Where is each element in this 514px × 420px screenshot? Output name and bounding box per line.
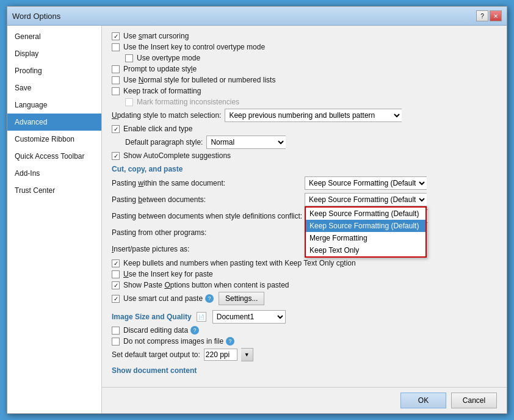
mark-formatting-row: Mark formatting inconsistencies: [112, 98, 497, 106]
smart-cut-label: Use smart cut and paste: [123, 294, 203, 303]
cut-copy-paste-section: Cut, copy, and paste: [112, 165, 497, 173]
image-quality-section-label: Image Size and Quality: [112, 313, 192, 321]
sidebar: General Display Proofing Save Language A…: [7, 26, 102, 413]
paste-within-doc-dropdown-wrapper: Keep Source Formatting (Default) Merge F…: [305, 176, 427, 190]
sidebar-item-customize-ribbon[interactable]: Customize Ribbon: [7, 131, 101, 148]
smart-cursoring-row: Use smart cursoring: [112, 32, 497, 40]
smart-cursoring-label: Use smart cursoring: [123, 32, 189, 40]
smart-cut-help-icon[interactable]: ?: [205, 294, 214, 303]
paste-from-other-label: Pasting from other programs:: [112, 228, 301, 237]
sidebar-item-trust-center[interactable]: Trust Center: [7, 182, 101, 199]
no-compress-checkbox[interactable]: [112, 338, 120, 346]
show-paste-options-row: Show Paste Options button when content i…: [112, 281, 497, 289]
paste-between-docs-select[interactable]: Keep Source Formatting (Default) Merge F…: [305, 193, 427, 206]
show-document-content-section: Show document content: [112, 366, 497, 375]
default-paragraph-row: Default paragraph style: Normal Default …: [112, 136, 497, 149]
sidebar-item-general[interactable]: General: [7, 28, 101, 45]
default-paragraph-select[interactable]: Normal Default Paragraph Font Heading 1: [206, 136, 286, 149]
default-target-label: Set default target output to:: [112, 350, 200, 359]
use-insert-key-row: Use the Insert key for paste: [112, 270, 497, 278]
normal-style-label: Use Normal style for bulleted or numbere…: [123, 76, 275, 84]
settings-button[interactable]: Settings...: [219, 292, 264, 305]
no-compress-label: Do not compress images in file: [123, 337, 223, 346]
word-options-dialog: Word Options ? ✕ General Display Proofin…: [7, 6, 507, 414]
show-paste-options-checkbox[interactable]: [112, 281, 120, 289]
use-insert-key-label: Use the Insert key for paste: [123, 270, 213, 278]
ok-button[interactable]: OK: [400, 393, 446, 408]
discard-editing-row: Discard editing data ?: [112, 326, 497, 335]
updating-style-dropdown-wrapper: Keep previous numbering and bullets patt…: [225, 109, 402, 122]
autocomplete-label: Show AutoComplete suggestions: [123, 151, 231, 160]
discard-editing-checkbox[interactable]: [112, 327, 120, 335]
ppi-input[interactable]: [204, 349, 237, 361]
dialog-footer: OK Cancel: [102, 387, 507, 413]
insert-key-row: Use the Insert key to control overtype m…: [112, 43, 497, 51]
dialog-body: General Display Proofing Save Language A…: [7, 26, 507, 413]
paste-within-doc-select[interactable]: Keep Source Formatting (Default) Merge F…: [305, 176, 427, 190]
keep-track-label: Keep track of formatting: [123, 87, 201, 95]
image-doc-select[interactable]: Document1: [212, 310, 286, 324]
sidebar-item-advanced[interactable]: Advanced: [7, 114, 101, 131]
default-paragraph-dropdown-wrapper: Normal Default Paragraph Font Heading 1: [206, 136, 286, 149]
sidebar-item-language[interactable]: Language: [7, 96, 101, 114]
dropdown-option-merge-formatting[interactable]: Merge Formatting: [306, 232, 425, 244]
insert-key-checkbox[interactable]: [112, 43, 120, 51]
keep-track-checkbox[interactable]: [112, 87, 120, 95]
default-target-row: Set default target output to: ▼: [112, 348, 497, 361]
smart-cut-checkbox[interactable]: [112, 295, 120, 303]
image-quality-header-row: Image Size and Quality 📄 Document1: [112, 310, 497, 324]
normal-style-row: Use Normal style for bulleted or numbere…: [112, 76, 497, 84]
prompt-style-label: Prompt to update style: [123, 65, 197, 73]
keep-bullets-checkbox[interactable]: [112, 259, 120, 267]
updating-style-select[interactable]: Keep previous numbering and bullets patt…: [225, 109, 402, 122]
ppi-dropdown-arrow[interactable]: ▼: [241, 348, 253, 361]
use-insert-key-checkbox[interactable]: [112, 270, 120, 278]
overtype-mode-row: Use overtype mode: [112, 54, 497, 62]
paste-between-docs-label: Pasting between documents:: [112, 195, 301, 204]
document-icon: 📄: [197, 312, 206, 322]
enable-click-type-label: Enable click and type: [123, 125, 192, 133]
smart-cursoring-checkbox[interactable]: [112, 32, 120, 40]
discard-editing-help-icon[interactable]: ?: [190, 326, 199, 335]
discard-editing-label: Discard editing data: [123, 326, 188, 335]
cancel-button[interactable]: Cancel: [451, 393, 497, 408]
sidebar-item-add-ins[interactable]: Add-Ins: [7, 165, 101, 182]
keep-track-row: Keep track of formatting: [112, 87, 497, 95]
insert-paste-pictures-label: Insert/paste pictures as:: [112, 245, 301, 253]
content-area: Use smart cursoring Use the Insert key t…: [102, 26, 507, 387]
paste-between-docs-dropdown-wrapper: Keep Source Formatting (Default) Merge F…: [305, 193, 427, 206]
prompt-style-checkbox[interactable]: [112, 65, 120, 73]
enable-click-type-row: Enable click and type: [112, 125, 497, 133]
overtype-mode-label: Use overtype mode: [137, 54, 200, 62]
no-compress-help-icon[interactable]: ?: [226, 337, 234, 346]
dialog-title: Word Options: [12, 12, 60, 21]
sidebar-item-quick-access-toolbar[interactable]: Quick Access Toolbar: [7, 148, 101, 165]
sidebar-item-display[interactable]: Display: [7, 45, 101, 62]
keep-bullets-label: Keep bullets and numbers when pasting te…: [123, 259, 356, 267]
title-bar: Word Options ? ✕: [7, 7, 507, 26]
smart-cut-row: Use smart cut and paste ? Settings...: [112, 292, 497, 305]
dropdown-option-keep-source-1[interactable]: Keep Source Formatting (Default): [306, 208, 425, 220]
paste-between-docs-dropdown-open: Keep Source Formatting (Default) Keep So…: [305, 206, 427, 258]
overtype-mode-checkbox[interactable]: [125, 54, 133, 62]
normal-style-checkbox[interactable]: [112, 76, 120, 84]
insert-key-label: Use the Insert key to control overtype m…: [123, 43, 265, 51]
paste-between-docs-conflict-label: Pasting between documents when style def…: [112, 212, 302, 220]
enable-click-type-checkbox[interactable]: [112, 125, 120, 133]
keep-bullets-row: Keep bullets and numbers when pasting te…: [112, 259, 497, 267]
dropdown-option-keep-text-only[interactable]: Keep Text Only: [306, 244, 425, 256]
mark-formatting-checkbox[interactable]: [125, 98, 133, 106]
sidebar-item-proofing[interactable]: Proofing: [7, 62, 101, 79]
dropdown-option-keep-source-2[interactable]: Keep Source Formatting (Default): [306, 220, 425, 232]
autocomplete-checkbox[interactable]: [112, 152, 120, 160]
show-paste-options-label: Show Paste Options button when content i…: [123, 281, 289, 289]
paste-within-doc-label: Pasting within the same document:: [112, 179, 301, 187]
updating-style-label: Updating style to match selection:: [112, 111, 221, 120]
help-button[interactable]: ?: [476, 10, 488, 21]
close-button[interactable]: ✕: [490, 10, 502, 21]
default-paragraph-label: Default paragraph style:: [125, 138, 203, 147]
no-compress-row: Do not compress images in file ?: [112, 337, 497, 346]
sidebar-item-save[interactable]: Save: [7, 79, 101, 96]
updating-style-row: Updating style to match selection: Keep …: [112, 109, 497, 122]
prompt-style-row: Prompt to update style: [112, 65, 497, 73]
